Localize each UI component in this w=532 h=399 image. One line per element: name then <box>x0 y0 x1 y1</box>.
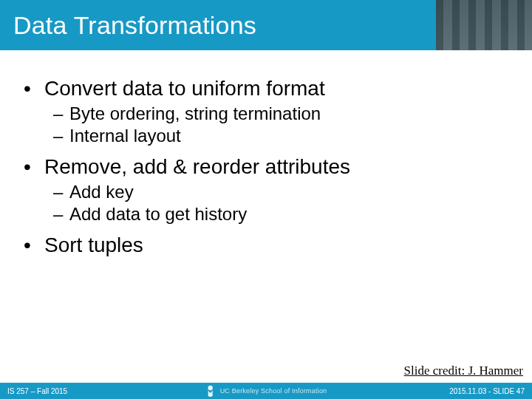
bullet-text: Internal layout <box>69 126 181 146</box>
bullet-text: Sort tuples <box>44 233 143 257</box>
footer-right: 2015.11.03 - SLIDE 47 <box>449 387 525 395</box>
bullet-level-1: • Convert data to uniform format <box>24 77 516 100</box>
bullet-group: • Remove, add & reorder attributes – Add… <box>16 155 516 225</box>
bullet-level-1: • Remove, add & reorder attributes <box>24 155 516 179</box>
title-bar: Data Transformations <box>0 0 532 50</box>
footer-center: UC Berkeley School of Information <box>205 385 327 397</box>
bullet-text: Convert data to uniform format <box>44 77 325 100</box>
berkeley-logo-icon <box>205 385 216 397</box>
bullet-dash-icon: – <box>53 182 69 202</box>
bullet-dash-icon: – <box>53 204 69 225</box>
bullet-text: Add key <box>69 182 134 202</box>
bullet-text: Remove, add & reorder attributes <box>44 155 350 179</box>
bullet-text: Byte ordering, string termination <box>69 103 321 124</box>
footer-bar: IS 257 – Fall 2015 UC Berkeley School of… <box>0 383 532 399</box>
bullet-level-2: – Byte ordering, string termination <box>53 103 516 124</box>
bullet-text: Add data to get history <box>69 204 247 225</box>
bullet-level-2: – Add key <box>53 182 516 202</box>
footer-center-text: UC Berkeley School of Information <box>220 387 327 395</box>
bullet-group: • Sort tuples <box>16 233 516 257</box>
footer-left: IS 257 – Fall 2015 <box>7 387 67 395</box>
bullet-dot-icon: • <box>24 155 44 179</box>
bullet-level-1: • Sort tuples <box>24 233 516 257</box>
title-decor-image <box>436 0 532 50</box>
bullet-dash-icon: – <box>53 103 69 124</box>
slide-credit: Slide credit: J. Hammer <box>404 364 523 378</box>
bullet-level-2: – Add data to get history <box>53 204 516 225</box>
bullet-dot-icon: • <box>24 233 44 257</box>
bullet-dot-icon: • <box>24 77 44 100</box>
slide-title: Data Transformations <box>13 11 256 40</box>
slide-content: • Convert data to uniform format – Byte … <box>0 50 532 257</box>
bullet-dash-icon: – <box>53 126 69 146</box>
bullet-group: • Convert data to uniform format – Byte … <box>16 77 516 146</box>
bullet-level-2: – Internal layout <box>53 126 516 146</box>
svg-point-0 <box>208 386 212 390</box>
